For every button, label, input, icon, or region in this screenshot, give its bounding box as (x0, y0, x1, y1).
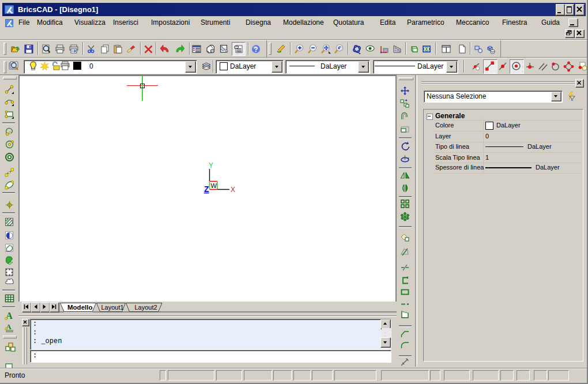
svg-text:X: X (231, 186, 235, 194)
svg-text:Layout2: Layout2 (135, 304, 157, 311)
svg-text:?: ? (254, 46, 258, 54)
svg-text:Modello: Modello (67, 304, 92, 311)
svg-text:Z: Z (204, 185, 209, 194)
svg-text:Layout1: Layout1 (101, 304, 124, 311)
svg-text:Y: Y (209, 161, 213, 170)
svg-text:W: W (211, 182, 217, 189)
